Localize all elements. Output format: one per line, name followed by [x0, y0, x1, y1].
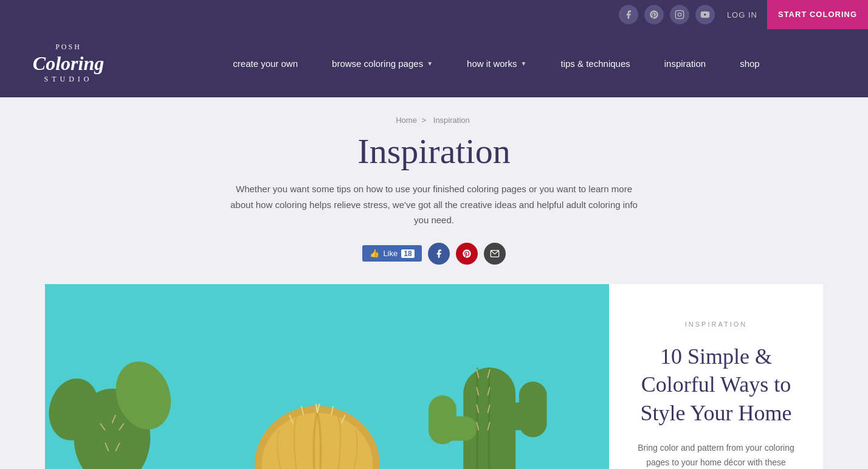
svg-point-1	[678, 13, 681, 16]
facebook-like-button[interactable]: 👍 Like 18	[362, 245, 421, 262]
nav-create-your-own[interactable]: create your own	[216, 58, 315, 69]
featured-info: INSPIRATION 10 Simple & Colorful Ways to…	[609, 284, 823, 470]
main-content: Home > Inspiration Inspiration Whether y…	[0, 97, 868, 469]
logo-posh: posh	[33, 43, 104, 51]
facebook-top-icon[interactable]	[619, 5, 638, 24]
login-button[interactable]: LOG IN	[727, 10, 757, 19]
share-pinterest-button[interactable]	[456, 243, 478, 265]
logo[interactable]: posh Coloring STUDIO	[24, 39, 112, 88]
nav-shop[interactable]: shop	[723, 58, 777, 69]
start-coloring-button[interactable]: START COLORING	[767, 0, 868, 29]
page-title: Inspiration	[0, 131, 868, 172]
nav-how-it-works[interactable]: how it works ▼	[450, 58, 543, 69]
instagram-top-icon[interactable]	[670, 5, 689, 24]
top-bar: LOG IN START COLORING	[0, 0, 868, 29]
nav-tips-techniques[interactable]: tips & techniques	[544, 58, 647, 69]
like-count: 18	[401, 249, 414, 258]
nav-browse-coloring-pages[interactable]: browse coloring pages ▼	[315, 58, 450, 69]
share-email-button[interactable]	[484, 243, 506, 265]
svg-rect-58	[429, 395, 456, 444]
breadcrumb: Home > Inspiration	[0, 116, 868, 125]
youtube-top-icon[interactable]	[695, 5, 715, 24]
social-icons	[619, 5, 715, 24]
nav-bar: posh Coloring STUDIO create your own bro…	[0, 29, 868, 97]
how-it-works-dropdown-icon: ▼	[521, 60, 527, 67]
breadcrumb-separator: >	[422, 116, 427, 125]
svg-rect-0	[675, 10, 683, 18]
pinterest-top-icon[interactable]	[644, 5, 664, 24]
featured-image	[45, 284, 609, 470]
logo-coloring: Coloring	[33, 52, 104, 74]
featured-category: INSPIRATION	[685, 321, 747, 328]
like-label: Like	[383, 249, 398, 258]
page-description: Whether you want some tips on how to use…	[227, 181, 641, 228]
featured-excerpt: Bring color and pattern from your colori…	[633, 441, 799, 469]
share-row: 👍 Like 18	[0, 243, 868, 265]
nav-links: create your own browse coloring pages ▼ …	[149, 58, 844, 69]
logo-studio: STUDIO	[33, 75, 104, 83]
svg-rect-56	[519, 381, 547, 437]
breadcrumb-home[interactable]: Home	[396, 116, 417, 125]
svg-point-2	[681, 12, 682, 13]
browse-dropdown-icon: ▼	[427, 60, 433, 67]
share-facebook-button[interactable]	[428, 243, 450, 265]
thumbs-up-icon: 👍	[370, 249, 379, 258]
nav-inspiration[interactable]: inspiration	[647, 58, 723, 69]
featured-title: 10 Simple & Colorful Ways to Style Your …	[633, 342, 799, 428]
breadcrumb-current: Inspiration	[433, 116, 470, 125]
featured-card: INSPIRATION 10 Simple & Colorful Ways to…	[45, 284, 823, 470]
